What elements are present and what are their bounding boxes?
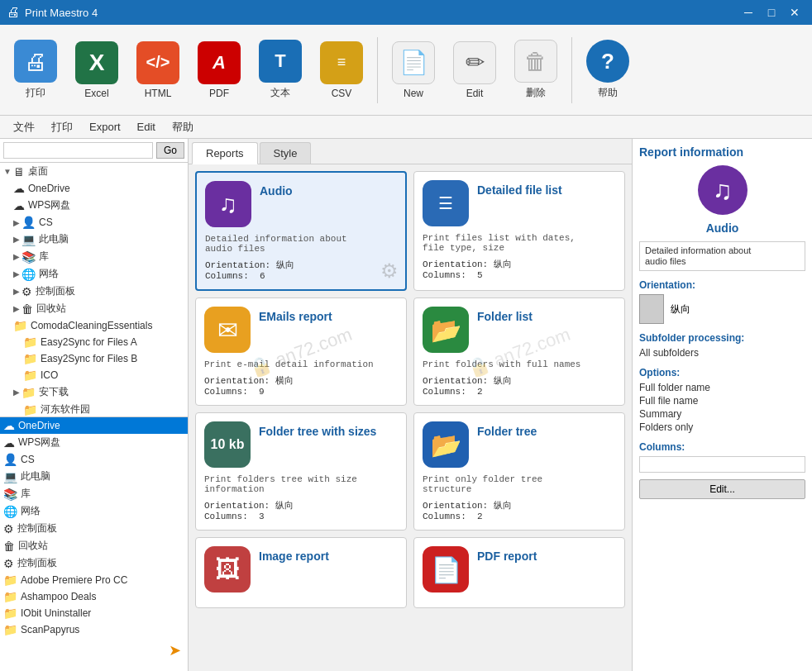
report-card-folder-tree[interactable]: 📂 Folder tree Print only folder treestru… <box>413 412 625 531</box>
report-card-emails[interactable]: ✉ EMails report Print e-mail detail info… <box>195 297 407 406</box>
excel-icon: X <box>75 41 118 84</box>
sidebar-item-recycle[interactable]: ▶ 🗑 回收站 <box>0 300 188 317</box>
panel-options-label: Options: <box>639 367 805 378</box>
csv-label: CSV <box>332 88 352 99</box>
excel-button[interactable]: X Excel <box>68 33 126 107</box>
panel-edit-button[interactable]: Edit... <box>639 479 805 499</box>
sidebar-item-label: WPS网盘 <box>18 435 60 450</box>
folder-icon: 📁 <box>13 319 27 332</box>
print-button[interactable]: 🖨 打印 <box>7 33 64 107</box>
report-card-header: 🖼 Image report <box>204 546 398 592</box>
sidebar-item-ashampoo[interactable]: 📁 Ashampoo Deals <box>0 588 188 605</box>
maximize-button[interactable]: □ <box>761 4 782 21</box>
panel-option-summary: Summary <box>639 408 805 420</box>
csv-button[interactable]: ≡ CSV <box>313 33 370 107</box>
sidebar-item-cs[interactable]: ▶ 👤 CS <box>0 214 188 231</box>
image-report-icon: 🖼 <box>204 546 251 592</box>
report-card-image[interactable]: 🖼 Image report <box>195 537 407 608</box>
panel-option-fullfilename: Full file name <box>639 395 805 407</box>
sidebar-item-label: OneDrive <box>18 420 60 431</box>
text-icon: T <box>259 40 302 83</box>
sidebar-item-recycle-b[interactable]: 🗑 回收站 <box>0 537 188 554</box>
report-card-folder-list[interactable]: 📂 Folder list Print folders with full na… <box>413 297 625 406</box>
email-report-title: EMails report <box>259 310 332 323</box>
report-card-detailed-file-list[interactable]: ☰ Detailed file list Print files list wi… <box>413 171 625 291</box>
sidebar: Go ▼ 🖥 桌面 ☁ OneDrive ☁ WPS网盘 ▶ 👤 CS <box>0 139 189 671</box>
menu-edit[interactable]: Edit <box>129 117 164 136</box>
close-button[interactable]: ✕ <box>784 4 805 21</box>
sidebar-item-mypc[interactable]: ▶ 💻 此电脑 <box>0 231 188 248</box>
folder-icon: 📁 <box>23 369 37 382</box>
new-button[interactable]: 📄 New <box>385 33 442 107</box>
cp-icon: ⚙ <box>3 522 14 535</box>
sidebar-item-library-b[interactable]: 📚 库 <box>0 485 188 502</box>
menu-print[interactable]: 打印 <box>43 117 81 138</box>
report-card-header: ✉ EMails report <box>204 307 398 353</box>
html-button[interactable]: </> HTML <box>129 33 187 107</box>
folderlist-report-columns: Columns: 2 <box>423 387 616 397</box>
sidebar-item-adobe[interactable]: 📁 Adobe Premiere Pro CC <box>0 572 188 588</box>
tab-style[interactable]: Style <box>260 142 312 164</box>
sidebar-item-label: 此电脑 <box>21 469 50 483</box>
cs-icon: 👤 <box>21 216 36 229</box>
delete-button[interactable]: 🗑 删除 <box>507 33 565 107</box>
expand-icon: ▶ <box>13 235 20 244</box>
sidebar-item-label: ComodaCleaningEssentials <box>31 320 152 331</box>
sidebar-item-library[interactable]: ▶ 📚 库 <box>0 248 188 265</box>
panel-orientation-label: Orientation: <box>639 279 805 291</box>
panel-subfolder-value: All subfolders <box>639 347 805 359</box>
sidebar-item-label: ICO <box>41 369 58 381</box>
onedrive-icon: ☁ <box>13 182 25 195</box>
report-card-pdf[interactable]: 📄 PDF report <box>413 537 625 608</box>
sidebar-item-onedrive-b[interactable]: ☁ OneDrive <box>0 417 188 434</box>
text-button[interactable]: T 文本 <box>251 33 309 107</box>
sidebar-item-comodo[interactable]: 📁 ComodaCleaningEssentials <box>0 317 188 334</box>
sidebar-item-easy2sync-a[interactable]: 📁 Easy2Sync for Files A <box>0 334 188 350</box>
filelist-report-orientation: Orientation: 纵向 <box>423 258 616 270</box>
audio-report-desc: Detailed information aboutaudio files <box>205 234 397 254</box>
sidebar-item-mypc-b[interactable]: 💻 此电脑 <box>0 468 188 485</box>
report-card-folder-tree-sizes[interactable]: 10 kb Folder tree with sizes Print folde… <box>195 412 407 531</box>
panel-columns-input[interactable] <box>639 456 805 473</box>
search-input[interactable] <box>3 142 153 159</box>
audio-report-icon: ♫ <box>205 181 251 227</box>
sidebar-item-easy2sync-b[interactable]: 📁 Easy2Sync for Files B <box>0 350 188 367</box>
minimize-button[interactable]: ─ <box>738 4 759 21</box>
sidebar-item-network-b[interactable]: 🌐 网络 <box>0 502 188 520</box>
sidebar-item-cs-b[interactable]: 👤 CS <box>0 451 188 468</box>
sidebar-item-iobit[interactable]: 📁 IObit Uninstaller <box>0 605 188 621</box>
sidebar-item-label: 此电脑 <box>39 232 69 246</box>
pdf-button[interactable]: A PDF <box>190 33 248 107</box>
menu-help[interactable]: 帮助 <box>164 117 202 138</box>
sidebar-item-controlpanel[interactable]: ▶ ⚙ 控制面板 <box>0 283 188 300</box>
sidebar-item-wps-b[interactable]: ☁ WPS网盘 <box>0 434 188 451</box>
sidebar-item-label: WPS网盘 <box>28 198 70 212</box>
expand-icon: ▼ <box>3 167 12 176</box>
sidebar-item-andown[interactable]: ▶ 📁 安下载 <box>0 383 188 401</box>
report-card-audio[interactable]: ♫ Audio Detailed information aboutaudio … <box>195 171 407 291</box>
tab-reports[interactable]: Reports <box>192 142 258 164</box>
sidebar-item-cp2-b[interactable]: ⚙ 控制面板 <box>0 554 188 572</box>
sidebar-item-label: 回收站 <box>36 302 66 316</box>
sidebar-item-hedong[interactable]: 📁 河东软件园 <box>0 401 188 417</box>
panel-description-text: Detailed information aboutaudio files <box>645 245 751 266</box>
panel-description-box: Detailed information aboutaudio files <box>639 241 805 271</box>
audio-report-title: Audio <box>260 184 293 197</box>
sidebar-search: Go <box>0 139 188 163</box>
menu-export[interactable]: Export <box>81 117 129 136</box>
sidebar-item-ico[interactable]: 📁 ICO <box>0 367 188 383</box>
sidebar-item-wpsdisk[interactable]: ☁ WPS网盘 <box>0 197 188 214</box>
edit-button[interactable]: ✏ Edit <box>446 33 504 107</box>
help-button[interactable]: ? 帮助 <box>579 33 637 107</box>
sidebar-item-desktop[interactable]: ▼ 🖥 桌面 <box>0 163 188 180</box>
sidebar-item-scanpapyrus[interactable]: 📁 ScanPapyrus <box>0 621 188 638</box>
sidebar-item-network[interactable]: ▶ 🌐 网络 <box>0 265 188 283</box>
pdf-icon: A <box>198 41 241 84</box>
menu-file[interactable]: 文件 <box>5 117 43 138</box>
sidebar-item-cp-b[interactable]: ⚙ 控制面板 <box>0 520 188 537</box>
filelist-report-title: Detailed file list <box>477 183 562 197</box>
sidebar-item-onedrive[interactable]: ☁ OneDrive <box>0 180 188 197</box>
desktop-icon: 🖥 <box>13 165 25 178</box>
search-go-button[interactable]: Go <box>156 142 184 159</box>
folder-icon: 📁 <box>3 607 17 620</box>
